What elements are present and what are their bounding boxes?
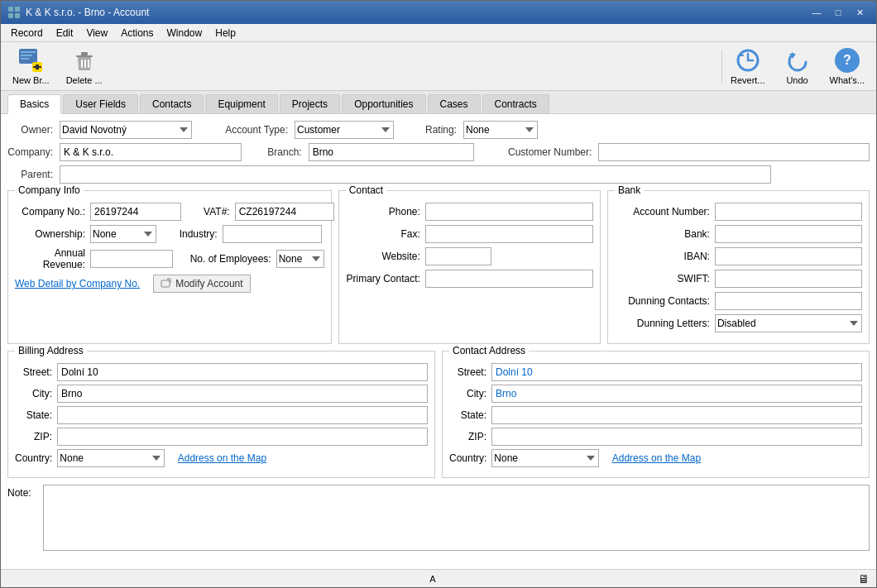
contact-city-label: City: bbox=[449, 388, 486, 399]
tab-contracts[interactable]: Contracts bbox=[482, 94, 549, 113]
iban-label: IBAN: bbox=[615, 251, 710, 262]
modify-account-button[interactable]: Modify Account bbox=[153, 275, 250, 293]
company-no-label: Company No.: bbox=[15, 206, 85, 218]
billing-map-link[interactable]: Address on the Map bbox=[178, 452, 266, 464]
note-row: Note: bbox=[7, 485, 870, 551]
billing-street-row: Street: bbox=[15, 363, 428, 381]
billing-country-select[interactable]: None bbox=[57, 449, 165, 467]
billing-address-title: Billing Address bbox=[15, 345, 87, 356]
phone-input[interactable] bbox=[425, 203, 593, 221]
undo-button[interactable]: Undo bbox=[777, 45, 818, 87]
contact-city-input[interactable] bbox=[491, 385, 862, 403]
status-bar: A 🖥 bbox=[1, 569, 876, 587]
billing-street-input[interactable] bbox=[57, 363, 428, 381]
tab-contacts[interactable]: Contacts bbox=[140, 94, 204, 113]
website-input[interactable] bbox=[425, 247, 491, 265]
revert-button[interactable]: Revert... bbox=[726, 45, 770, 87]
parent-row: Parent: bbox=[7, 165, 870, 184]
app-icon bbox=[7, 6, 21, 19]
company-input[interactable] bbox=[60, 143, 242, 161]
toolbar-right: Revert... Undo ? What's... bbox=[726, 45, 870, 87]
annual-revenue-input[interactable] bbox=[90, 250, 173, 268]
tab-equipment[interactable]: Equipment bbox=[205, 94, 277, 113]
billing-state-input[interactable] bbox=[57, 406, 428, 424]
swift-input[interactable] bbox=[715, 270, 862, 288]
whats-button[interactable]: ? What's... bbox=[825, 45, 870, 87]
account-number-input[interactable] bbox=[715, 203, 862, 221]
primary-contact-input[interactable] bbox=[425, 270, 593, 288]
branch-input[interactable] bbox=[309, 143, 474, 161]
tab-opportunities[interactable]: Opportunities bbox=[342, 94, 425, 113]
swift-row: SWIFT: bbox=[615, 270, 862, 288]
fax-label: Fax: bbox=[346, 228, 420, 240]
contact-section: Contact Phone: Fax: Website: Primary Con… bbox=[338, 190, 601, 344]
menu-record[interactable]: Record bbox=[4, 26, 50, 41]
ownership-row: Ownership: None Industry: bbox=[15, 225, 324, 243]
app-window: K & K s.r.o. - Brno - Account — □ ✕ Reco… bbox=[0, 0, 877, 588]
contact-state-input[interactable] bbox=[491, 406, 862, 424]
contact-zip-input[interactable] bbox=[491, 428, 862, 446]
menu-view[interactable]: View bbox=[79, 26, 114, 41]
ownership-select[interactable]: None bbox=[90, 225, 156, 243]
company-no-input[interactable] bbox=[90, 203, 181, 221]
title-bar: K & K s.r.o. - Brno - Account — □ ✕ bbox=[1, 1, 876, 24]
menu-window[interactable]: Window bbox=[161, 26, 209, 41]
no-employees-select[interactable]: None bbox=[276, 250, 324, 268]
whats-label: What's... bbox=[830, 75, 865, 85]
rating-select[interactable]: None bbox=[463, 121, 538, 139]
industry-input[interactable] bbox=[223, 225, 322, 243]
close-button[interactable]: ✕ bbox=[850, 5, 870, 20]
annual-revenue-label: Annual Revenue: bbox=[15, 247, 85, 270]
svg-rect-2 bbox=[8, 13, 13, 18]
account-type-select[interactable]: Customer bbox=[295, 121, 394, 139]
new-br-button[interactable]: New Br... bbox=[7, 45, 55, 87]
contact-state-row: State: bbox=[449, 406, 862, 424]
menu-edit[interactable]: Edit bbox=[50, 26, 80, 41]
contact-street-input[interactable] bbox=[491, 363, 862, 381]
tab-projects[interactable]: Projects bbox=[280, 94, 340, 113]
billing-city-label: City: bbox=[15, 388, 52, 399]
svg-rect-15 bbox=[88, 60, 89, 68]
dunning-contacts-row: Dunning Contacts: bbox=[615, 292, 862, 310]
contact-country-row: Country: None Address on the Map bbox=[449, 449, 862, 467]
fax-input[interactable] bbox=[425, 225, 593, 243]
undo-label: Undo bbox=[786, 75, 808, 85]
billing-state-label: State: bbox=[15, 409, 52, 421]
vat-input[interactable] bbox=[235, 203, 334, 221]
owner-row: Owner: David Novotný Account Type: Custo… bbox=[7, 121, 870, 139]
billing-zip-input[interactable] bbox=[57, 428, 428, 446]
owner-select[interactable]: David Novotný bbox=[60, 121, 192, 139]
revert-label: Revert... bbox=[731, 75, 765, 85]
contact-country-label: Country: bbox=[449, 452, 486, 464]
swift-label: SWIFT: bbox=[615, 273, 710, 284]
account-type-label: Account Type: bbox=[213, 124, 288, 136]
new-br-icon bbox=[17, 47, 44, 74]
customer-number-input[interactable] bbox=[598, 143, 870, 161]
minimize-button[interactable]: — bbox=[807, 5, 827, 20]
contact-country-select[interactable]: None bbox=[491, 449, 599, 467]
billing-city-input[interactable] bbox=[57, 385, 428, 403]
tab-cases[interactable]: Cases bbox=[428, 94, 481, 113]
contact-street-label: Street: bbox=[449, 366, 486, 378]
note-textarea[interactable] bbox=[43, 485, 870, 551]
tab-basics[interactable]: Basics bbox=[7, 94, 61, 114]
dunning-letters-select[interactable]: Disabled bbox=[715, 314, 862, 332]
sections-row: Company Info Company No.: VAT#: Ownershi… bbox=[7, 190, 870, 344]
maximize-button[interactable]: □ bbox=[828, 5, 848, 20]
company-row: Company: Branch: Customer Number: bbox=[7, 143, 870, 161]
menu-actions[interactable]: Actions bbox=[114, 26, 160, 41]
bank-input[interactable] bbox=[715, 225, 862, 243]
company-info-title: Company Info bbox=[15, 184, 84, 196]
iban-input[interactable] bbox=[715, 247, 862, 265]
web-detail-link[interactable]: Web Detail by Company No. bbox=[15, 278, 140, 289]
dunning-contacts-input[interactable] bbox=[715, 292, 862, 310]
svg-rect-6 bbox=[21, 55, 32, 56]
tab-user-fields[interactable]: User Fields bbox=[63, 94, 138, 113]
fax-row: Fax: bbox=[346, 225, 593, 243]
website-label: Website: bbox=[346, 251, 420, 262]
parent-input[interactable] bbox=[60, 165, 771, 184]
contact-map-link[interactable]: Address on the Map bbox=[612, 452, 701, 464]
menu-help[interactable]: Help bbox=[208, 26, 242, 41]
status-indicator: A bbox=[429, 574, 435, 584]
delete-button[interactable]: Delete ... bbox=[61, 45, 108, 87]
